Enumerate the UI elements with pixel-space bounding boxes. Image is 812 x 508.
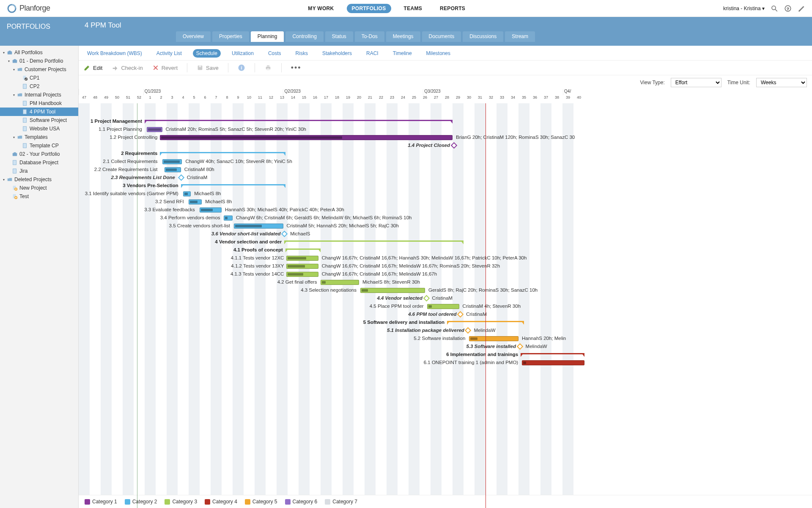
task-bar[interactable] bbox=[286, 272, 318, 277]
svg-point-1 bbox=[772, 6, 776, 10]
tab-properties[interactable]: Properties bbox=[212, 31, 249, 42]
nav-my-work[interactable]: MY WORK bbox=[303, 4, 339, 13]
gantt-row: 5.2 Software installationHannahS 20h; Me… bbox=[79, 335, 584, 343]
task-bar[interactable] bbox=[321, 280, 359, 285]
tab-discussions[interactable]: Discussions bbox=[463, 31, 503, 42]
more-icon[interactable]: ••• bbox=[291, 64, 302, 72]
time-unit-select[interactable]: Weeks bbox=[756, 78, 807, 87]
subtab-work-breakdown-wbs-[interactable]: Work Breakdown (WBS) bbox=[84, 49, 145, 58]
tree-item-template-cp[interactable]: Template CP bbox=[0, 141, 78, 150]
view-type-select[interactable]: Effort bbox=[671, 78, 721, 87]
content-area: Work Breakdown (WBS)Activity ListSchedul… bbox=[79, 46, 812, 508]
task-bar[interactable] bbox=[286, 256, 318, 261]
tree-item-website-usa[interactable]: Website USA bbox=[0, 124, 78, 133]
task-bar[interactable] bbox=[286, 264, 318, 269]
tab-documents[interactable]: Documents bbox=[422, 31, 461, 42]
tree-item-02-your-portfolio[interactable]: 02 - Your Portfolio bbox=[0, 150, 78, 158]
task-bar[interactable] bbox=[360, 288, 425, 293]
tab-stream[interactable]: Stream bbox=[505, 31, 535, 42]
tree-item-pm-handbook[interactable]: PM Handbook bbox=[0, 99, 78, 108]
task-bar[interactable] bbox=[469, 336, 518, 341]
task-bar[interactable] bbox=[147, 127, 162, 132]
task-bar[interactable] bbox=[522, 360, 584, 365]
summary-bar[interactable] bbox=[160, 152, 285, 155]
gantt-row: 1.4 Project Closed bbox=[79, 142, 584, 150]
revert-icon bbox=[152, 64, 159, 71]
tree-item-4-ppm-tool[interactable]: 4 PPM Tool bbox=[0, 108, 78, 116]
tree-item-database-project[interactable]: Database Project bbox=[0, 158, 78, 167]
tree-item-new-project[interactable]: New Project bbox=[0, 184, 78, 192]
task-label: 1.4 Project Closed bbox=[408, 143, 453, 148]
gantt-chart[interactable]: Q1/2023Q2/2023Q3/2023Q4/ 474849505152123… bbox=[79, 89, 812, 508]
help-icon[interactable]: ? bbox=[784, 5, 792, 12]
tab-planning[interactable]: Planning bbox=[251, 31, 284, 42]
task-label: 5.3 Software installed bbox=[466, 344, 518, 349]
task-bar[interactable] bbox=[183, 191, 191, 196]
legend-item: Category 7 bbox=[325, 499, 357, 505]
tree-item-deleted-projects[interactable]: ▾Deleted Projects bbox=[0, 175, 78, 184]
info-icon[interactable]: i bbox=[238, 64, 245, 72]
subtab-schedule[interactable]: Schedule bbox=[193, 49, 221, 58]
tree-item-templates[interactable]: ▾Templates bbox=[0, 133, 78, 141]
user-menu[interactable]: kristina - Kristina ▾ bbox=[723, 6, 765, 11]
search-icon[interactable] bbox=[771, 5, 778, 12]
svg-rect-6 bbox=[8, 51, 11, 52]
task-label: 2.3 Requirements List Done bbox=[111, 175, 178, 180]
task-bar[interactable] bbox=[200, 207, 222, 213]
print-icon[interactable] bbox=[264, 64, 272, 72]
edit-button[interactable]: Edit bbox=[84, 64, 102, 71]
summary-bar[interactable] bbox=[285, 248, 321, 251]
subtab-raci[interactable]: RACI bbox=[363, 49, 382, 58]
tree-item-software-project[interactable]: Software Project bbox=[0, 116, 78, 124]
nav-reports[interactable]: REPORTS bbox=[435, 4, 470, 13]
task-resources: ChangW 40h; SanazC 10h; StevenR 8h; Yini… bbox=[185, 159, 292, 164]
gantt-row: 5.3 Software installedMelindaW bbox=[79, 343, 584, 351]
tree-item-cp2[interactable]: CP2 bbox=[0, 82, 78, 91]
tree-item-all-portfolios[interactable]: ▾All Portfolios bbox=[0, 48, 78, 57]
tree-item-jira[interactable]: Jira bbox=[0, 167, 78, 175]
summary-bar[interactable] bbox=[181, 184, 285, 187]
task-bar[interactable] bbox=[189, 199, 202, 204]
tree-item-test[interactable]: Test bbox=[0, 192, 78, 201]
tree-item-internal-projects[interactable]: ▾Internal Projects bbox=[0, 91, 78, 99]
task-bar[interactable] bbox=[427, 304, 459, 309]
nav-portfolios[interactable]: PORTFOLIOS bbox=[347, 4, 391, 13]
svg-rect-15 bbox=[23, 127, 27, 131]
nav-teams[interactable]: TEAMS bbox=[399, 4, 428, 13]
pencil-icon bbox=[84, 64, 91, 71]
subtab-timeline[interactable]: Timeline bbox=[390, 49, 415, 58]
tree-item-01-demo-portfolio[interactable]: ▾01 - Demo Portfolio bbox=[0, 57, 78, 65]
subtab-utilization[interactable]: Utilization bbox=[228, 49, 257, 58]
subtab-activity-list[interactable]: Activity List bbox=[153, 49, 185, 58]
task-label: 1 Project Management bbox=[91, 119, 145, 124]
settings-icon[interactable] bbox=[798, 5, 805, 12]
task-bar[interactable] bbox=[165, 167, 181, 172]
task-bar[interactable] bbox=[160, 135, 453, 140]
tree-item-cp1[interactable]: CP1 bbox=[0, 74, 78, 82]
revert-button[interactable]: Revert bbox=[152, 64, 178, 71]
summary-bar[interactable] bbox=[145, 120, 453, 123]
summary-bar[interactable] bbox=[521, 353, 584, 356]
subtab-milestones[interactable]: Milestones bbox=[423, 49, 454, 58]
tab-controlling[interactable]: Controlling bbox=[285, 31, 323, 42]
tab-status[interactable]: Status bbox=[325, 31, 353, 42]
gantt-row: 4.1 Proofs of concept bbox=[79, 246, 584, 254]
checkin-button[interactable]: Check-in bbox=[112, 64, 143, 71]
summary-bar[interactable] bbox=[284, 240, 464, 243]
gantt-row: 2.1 Collect RequirementsChangW 40h; Sana… bbox=[79, 158, 584, 166]
svg-rect-28 bbox=[199, 66, 201, 67]
save-button[interactable]: Save bbox=[197, 64, 219, 71]
tree-item-customer-projects[interactable]: ▾Customer Projects bbox=[0, 65, 78, 74]
subtab-stakeholders[interactable]: Stakeholders bbox=[319, 49, 355, 58]
task-bar[interactable] bbox=[234, 224, 283, 229]
subtab-costs[interactable]: Costs bbox=[265, 49, 285, 58]
tab-to-dos[interactable]: To-Dos bbox=[355, 31, 384, 42]
task-bar[interactable] bbox=[224, 215, 233, 221]
subtab-risks[interactable]: Risks bbox=[292, 49, 311, 58]
tab-meetings[interactable]: Meetings bbox=[386, 31, 420, 42]
milestone[interactable] bbox=[178, 174, 185, 181]
gantt-row: 6.1 ONEPOINT training 1 (admin and PMO) bbox=[79, 359, 584, 367]
task-resources: MichaelS 8h bbox=[194, 191, 221, 196]
task-bar[interactable] bbox=[162, 159, 182, 164]
tab-overview[interactable]: Overview bbox=[176, 31, 211, 42]
